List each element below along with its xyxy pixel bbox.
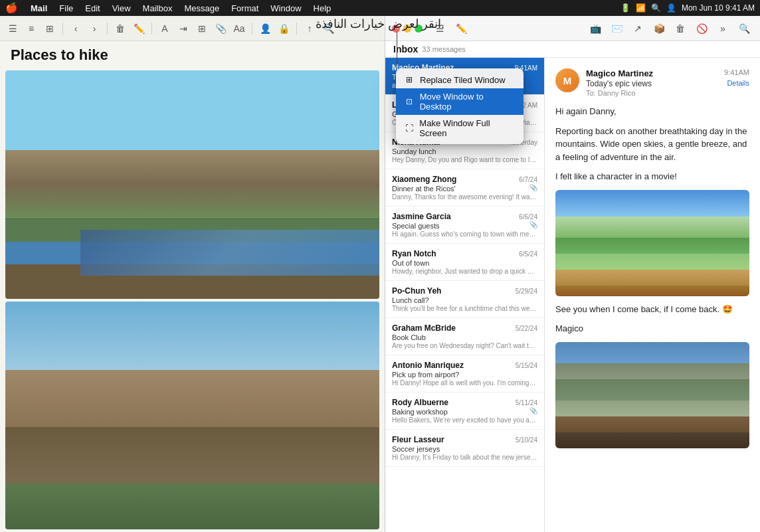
reply-icon[interactable]: ✉️	[607, 19, 626, 38]
forward-icon[interactable]: ›	[87, 21, 102, 36]
search-menubar-icon[interactable]: 🔍	[651, 3, 661, 13]
trash-icon[interactable]: 🗑	[113, 21, 128, 36]
ctx-label-0: Replace Tiled Window	[420, 75, 506, 85]
back-icon[interactable]: ‹	[68, 21, 83, 36]
ctx-label-2: Make Window Full Screen	[419, 118, 516, 138]
mail-detail: M Magico Martinez Today's epic views To:…	[545, 58, 760, 532]
battery-icon: 🔋	[620, 3, 630, 13]
share-icon[interactable]: ↑	[302, 21, 317, 36]
ctx-icon-0: ⊞	[404, 74, 415, 85]
more-icon[interactable]: »	[713, 19, 732, 38]
ctx-icon-2: ⛶	[404, 123, 414, 133]
list-view-icon[interactable]: ≡	[24, 21, 39, 36]
table-icon[interactable]: ⊞	[195, 21, 209, 36]
detail-meta: Magico Martinez Today's epic views To: D…	[586, 68, 717, 97]
file-menu[interactable]: File	[54, 3, 78, 13]
mail-header: Inbox 33 messages	[385, 41, 760, 58]
toolbar-divider	[62, 23, 63, 35]
close-button[interactable]	[392, 25, 400, 33]
document-title: Places to hike	[0, 41, 385, 68]
attach-icon[interactable]: 📎	[213, 21, 228, 36]
photo-1	[5, 70, 379, 299]
detail-time: 9:41AM	[724, 68, 749, 76]
detail-photo-valley	[555, 342, 749, 448]
compose-mail-icon[interactable]: ✏️	[452, 19, 470, 38]
compose-icon[interactable]: ✏️	[132, 21, 146, 36]
mail-item[interactable]: Po-Chun Yeh 5/29/24 Lunch call? Think yo…	[385, 281, 544, 318]
user-icon[interactable]: 👤	[666, 3, 676, 13]
mail-item[interactable]: Jasmine Garcia 6/6/24 Special guests Hi …	[385, 207, 544, 244]
mail-item[interactable]: Ryan Notch 6/5/24 Out of town Howdy, nei…	[385, 244, 544, 281]
format-icon[interactable]: Aa	[232, 21, 246, 36]
maximize-button[interactable]	[415, 25, 423, 33]
help-menu[interactable]: Help	[309, 3, 336, 13]
window-menu[interactable]: Window	[266, 3, 306, 13]
context-menu-item[interactable]: ⊡ Move Window to Desktop	[396, 88, 523, 115]
detail-to: To: Danny Rico	[586, 89, 717, 97]
delete-mail-icon[interactable]: 🗑	[671, 19, 690, 38]
traffic-lights	[392, 25, 423, 33]
mail-item[interactable]: Fleur Lasseur 5/10/24 Soccer jerseys Hi …	[385, 430, 544, 467]
detail-header: M Magico Martinez Today's epic views To:…	[555, 68, 749, 97]
detail-photo-alpine	[555, 190, 749, 296]
toolbar-divider4	[252, 23, 252, 35]
junk-icon[interactable]: 🚫	[692, 19, 711, 38]
mail-item[interactable]: Xiaomeng Zhong 6/7/24 Dinner at the Rico…	[385, 169, 544, 207]
minimize-button[interactable]	[403, 25, 411, 33]
inbox-count: 33 messages	[422, 45, 465, 53]
mail-item[interactable]: Rody Albuerne 5/11/24 Baking workshop He…	[385, 393, 544, 430]
context-menu: ⊞ Replace Tiled Window ⊡ Move Window to …	[396, 68, 523, 144]
person-toolbar-icon[interactable]: 👤	[258, 21, 272, 36]
message-menu[interactable]: Message	[179, 3, 224, 13]
search-doc-icon[interactable]: 🔍	[321, 21, 335, 36]
main-area: ☰ ≡ ⊞ ‹ › 🗑 ✏️ A ⇥ ⊞ 📎 Aa 👤 🔒 ↑ 🔍 Places…	[0, 16, 760, 532]
left-toolbar: ☰ ≡ ⊞ ‹ › 🗑 ✏️ A ⇥ ⊞ 📎 Aa 👤 🔒 ↑ 🔍	[0, 16, 385, 41]
context-menu-item[interactable]: ⊞ Replace Tiled Window	[396, 71, 523, 88]
detail-body: Hi again Danny,Reporting back on another…	[555, 105, 749, 448]
sidebar-toggle-icon[interactable]: ☰	[5, 21, 20, 36]
inbox-title: Inbox	[393, 44, 418, 54]
mailbox-menu[interactable]: Mailbox	[138, 3, 177, 13]
photo-2	[5, 302, 379, 530]
ctx-icon-1: ⊡	[404, 96, 415, 107]
forward-mail-icon[interactable]: ↗	[628, 19, 647, 38]
toolbar-divider2	[107, 23, 108, 35]
left-panel: ☰ ≡ ⊞ ‹ › 🗑 ✏️ A ⇥ ⊞ 📎 Aa 👤 🔒 ↑ 🔍 Places…	[0, 16, 385, 532]
apple-menu[interactable]: 🍎	[5, 2, 18, 14]
sidebar-mail-icon[interactable]: ☰	[430, 19, 449, 38]
detail-subject: Today's epic views	[586, 79, 717, 88]
archive-icon[interactable]: 📦	[650, 19, 668, 38]
datetime: Mon Jun 10 9:41 AM	[682, 3, 755, 13]
details-link[interactable]: Details	[727, 79, 749, 87]
lock-icon[interactable]: 🔒	[276, 21, 291, 36]
photo-area	[0, 68, 385, 532]
search-mail-icon[interactable]: 🔍	[735, 19, 753, 38]
grid-view-icon[interactable]: ⊞	[43, 21, 57, 36]
font-icon[interactable]: A	[157, 21, 172, 36]
wifi-icon: 📶	[636, 3, 646, 13]
format-menu[interactable]: Format	[227, 3, 263, 13]
ctx-label-1: Move Window to Desktop	[420, 92, 516, 112]
view-menu[interactable]: View	[108, 3, 136, 13]
avatar: M	[555, 68, 579, 92]
app-menu[interactable]: Mail	[26, 3, 52, 13]
mail-item[interactable]: Graham McBride 5/22/24 Book Club Are you…	[385, 318, 544, 355]
context-menu-item[interactable]: ⛶ Make Window Full Screen	[396, 115, 523, 141]
detail-sender: Magico Martinez	[586, 68, 717, 78]
mail-item[interactable]: Antonio Manriquez 5/15/24 Pick up from a…	[385, 355, 544, 393]
toolbar-divider5	[296, 23, 297, 35]
mail-toolbar: ☰ ✏️ 📺 ✉️ ↗ 📦 🗑 🚫 » 🔍	[385, 16, 760, 41]
menubar: 🍎 Mail File Edit View Mailbox Message Fo…	[0, 0, 760, 16]
airplay-icon[interactable]: 📺	[586, 19, 605, 38]
edit-menu[interactable]: Edit	[80, 3, 104, 13]
toolbar-divider3	[151, 23, 152, 35]
indent-icon[interactable]: ⇥	[176, 21, 191, 36]
